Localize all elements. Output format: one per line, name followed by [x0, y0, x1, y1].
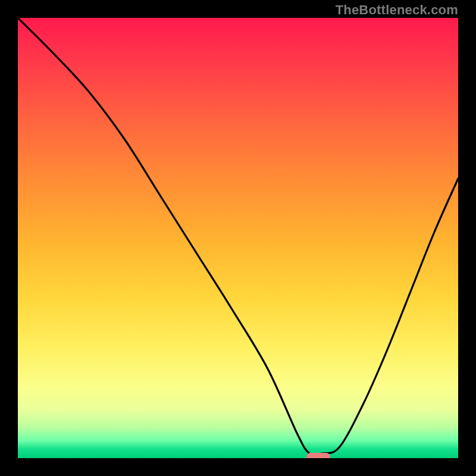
watermark-text: TheBottleneck.com — [336, 2, 458, 18]
chart-frame: TheBottleneck.com — [0, 0, 476, 476]
curve-path — [18, 18, 458, 455]
optimum-marker — [306, 453, 330, 458]
plot-area — [18, 18, 458, 458]
bottleneck-curve — [18, 18, 458, 458]
